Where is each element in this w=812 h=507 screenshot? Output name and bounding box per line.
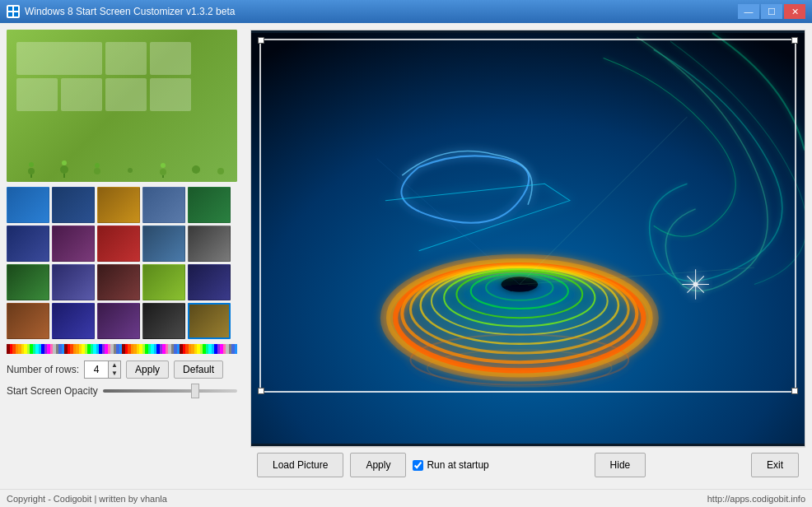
thumb-item[interactable]: [7, 187, 49, 223]
thumb-item[interactable]: [97, 226, 140, 262]
svg-point-12: [128, 168, 133, 173]
close-button[interactable]: ✕: [784, 4, 805, 19]
thumb-item[interactable]: [188, 226, 231, 262]
opacity-slider[interactable]: [103, 389, 237, 393]
svg-rect-1: [14, 7, 18, 11]
tile: [150, 42, 191, 75]
tile: [105, 78, 147, 111]
thumb-item[interactable]: [97, 187, 140, 223]
opacity-label: Start Screen Opacity: [7, 385, 98, 397]
svg-rect-0: [8, 7, 12, 11]
image-frame: [250, 30, 805, 447]
run-at-startup-wrapper: Run at startup: [413, 459, 488, 471]
thumb-item[interactable]: [142, 226, 185, 262]
svg-point-10: [94, 168, 100, 174]
thumb-item[interactable]: [142, 187, 185, 223]
thumb-item[interactable]: [188, 264, 231, 300]
thumb-item[interactable]: [7, 264, 49, 300]
color-swatch[interactable]: [235, 344, 238, 354]
exit-button[interactable]: Exit: [751, 453, 799, 477]
background-art: [251, 30, 805, 446]
svg-point-13: [160, 169, 166, 175]
left-panel: Number of rows: ▲ ▼ Apply Default Start …: [0, 23, 244, 489]
thumb-item[interactable]: [52, 187, 95, 223]
apply-rows-button[interactable]: Apply: [126, 360, 169, 379]
run-at-startup-checkbox[interactable]: [413, 460, 423, 471]
main-area: Number of rows: ▲ ▼ Apply Default Start …: [0, 23, 812, 489]
tile: [150, 78, 191, 111]
thumb-item[interactable]: [52, 303, 95, 339]
window-controls: — ☐ ✕: [738, 4, 805, 19]
hide-button[interactable]: Hide: [595, 453, 646, 477]
right-panel: Load Picture Apply Run at startup Hide E…: [244, 23, 812, 489]
tiles-grid: [16, 42, 191, 111]
start-screen-preview: [7, 30, 237, 182]
app-icon: [7, 5, 20, 18]
image-canvas: [251, 30, 805, 446]
status-left: Copyright - Codigobit | written by vhanl…: [7, 494, 167, 504]
svg-point-14: [161, 163, 166, 168]
bottom-bar: Load Picture Apply Run at startup Hide E…: [250, 447, 805, 482]
rows-label: Number of rows:: [7, 364, 79, 375]
rows-input[interactable]: [85, 361, 108, 378]
svg-point-16: [192, 165, 200, 174]
svg-point-37: [693, 281, 698, 286]
svg-point-17: [217, 168, 224, 174]
minimize-button[interactable]: —: [738, 4, 759, 19]
tile-wide: [16, 42, 102, 75]
rows-input-wrapper: ▲ ▼: [84, 360, 121, 379]
apply-button[interactable]: Apply: [350, 453, 406, 477]
thumb-item[interactable]: [142, 303, 185, 339]
svg-point-8: [62, 160, 67, 165]
thumb-item[interactable]: [97, 264, 140, 300]
maximize-button[interactable]: ☐: [761, 4, 782, 19]
thumb-item[interactable]: [188, 187, 231, 223]
svg-rect-3: [14, 12, 18, 16]
thumb-item[interactable]: [97, 303, 140, 339]
svg-point-7: [60, 165, 68, 174]
svg-rect-18: [251, 33, 805, 444]
tile: [61, 78, 102, 111]
flowers-decoration: [7, 153, 237, 178]
window-title: Windows 8 Start Screen Customizer v1.3.2…: [25, 6, 738, 17]
svg-point-5: [29, 162, 34, 167]
title-bar: Windows 8 Start Screen Customizer v1.3.2…: [0, 0, 812, 23]
thumbnail-grid: [7, 187, 237, 339]
thumb-item[interactable]: [142, 264, 185, 300]
svg-rect-2: [8, 12, 12, 16]
thumb-item[interactable]: [7, 226, 49, 262]
svg-point-11: [95, 163, 100, 168]
default-button[interactable]: Default: [174, 360, 223, 379]
thumb-item-selected[interactable]: [188, 303, 231, 339]
thumb-item[interactable]: [7, 303, 49, 339]
spin-up-button[interactable]: ▲: [109, 361, 120, 370]
preview-background: [7, 30, 237, 182]
svg-point-4: [28, 168, 35, 174]
status-right: http://apps.codigobit.info: [707, 494, 805, 504]
opacity-control-row: Start Screen Opacity: [7, 385, 237, 397]
color-swatches: [7, 344, 237, 354]
tile: [105, 42, 147, 75]
run-at-startup-label: Run at startup: [427, 459, 488, 471]
spin-down-button[interactable]: ▼: [109, 370, 120, 378]
rows-control-row: Number of rows: ▲ ▼ Apply Default: [7, 360, 237, 379]
thumb-item[interactable]: [52, 264, 95, 300]
thumb-item[interactable]: [52, 226, 95, 262]
tile: [16, 78, 58, 111]
load-picture-button[interactable]: Load Picture: [257, 453, 343, 477]
status-bar: Copyright - Codigobit | written by vhanl…: [0, 489, 812, 507]
spin-buttons: ▲ ▼: [108, 361, 120, 378]
